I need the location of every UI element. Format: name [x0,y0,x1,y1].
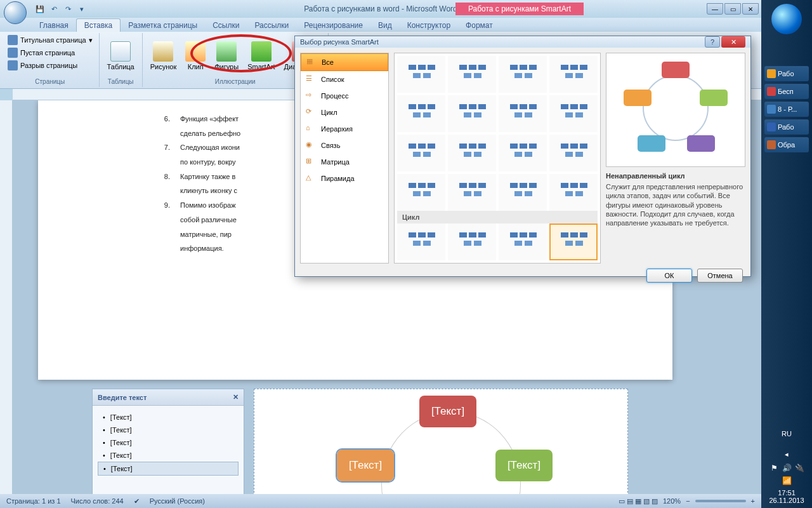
cycle-node-1[interactable]: [Текст] [419,396,476,427]
gallery-thumbnail[interactable] [549,95,598,132]
gallery-thumbnail[interactable] [499,135,547,171]
gallery-thumbnail[interactable] [499,174,547,211]
redo-icon[interactable]: ↷ [62,3,74,15]
blank-page-button[interactable]: Пустая страница [5,47,77,58]
svg-rect-86 [469,232,476,237]
gallery-thumbnail[interactable] [397,95,445,132]
tray-wifi-icon[interactable]: 📶 [782,476,791,485]
taskbar-item[interactable]: Обра [764,137,809,152]
preview-title: Ненаправленный цикл [606,172,745,180]
category-item[interactable]: ⌂Иерархия [301,121,388,137]
gallery-thumbnail[interactable] [499,95,547,132]
gallery-thumbnail[interactable] [499,224,547,260]
svg-rect-64 [423,191,431,196]
tab-references[interactable]: Ссылки [205,19,247,32]
tray-language[interactable]: RU [765,430,808,438]
tray-flag-icon[interactable]: ⚑ [769,464,778,472]
undo-icon[interactable]: ↶ [48,3,60,15]
dialog-close-button[interactable]: ✕ [721,36,745,48]
text-pane-item[interactable]: •[Текст] [98,436,239,449]
taskbar-item[interactable]: Бесп [764,84,809,99]
category-item[interactable]: ⇨Процесс [301,88,388,104]
gallery-thumbnail[interactable] [448,95,496,132]
cycle-node-2[interactable]: [Текст] [337,450,394,481]
gallery-section-cycle: Цикл [397,211,598,224]
status-spellcheck-icon[interactable]: ✔ [134,497,140,505]
tab-design[interactable]: Конструктор [400,19,458,32]
close-button[interactable]: ✕ [742,3,759,15]
gallery-thumbnail[interactable] [448,135,496,171]
status-language[interactable]: Русский (Россия) [150,497,205,505]
page-break-button[interactable]: Разрыв страницы [5,60,80,71]
category-item[interactable]: ◉Связь [301,137,388,154]
category-item[interactable]: △Пирамида [301,170,388,187]
gallery-thumbnail[interactable] [448,174,496,211]
office-button[interactable] [4,1,27,24]
gallery-thumbnail[interactable] [397,174,445,211]
tray-date[interactable]: 26.11.2013 [765,497,808,504]
zoom-in-icon[interactable]: + [751,497,755,505]
gallery-thumbnail[interactable] [549,174,598,211]
svg-rect-63 [413,191,421,196]
dialog-titlebar[interactable]: Выбор рисунка SmartArt ? ✕ [295,36,750,48]
zoom-out-icon[interactable]: − [686,497,690,505]
layout-gallery[interactable]: Цикл [394,53,601,264]
clip-button[interactable]: Клип [181,40,209,72]
vertical-ruler[interactable] [0,100,13,494]
gallery-thumbnail[interactable] [448,224,496,260]
tray-volume-icon[interactable]: 🔊 [782,464,791,472]
text-pane-item[interactable]: •[Текст] [98,449,239,462]
view-buttons[interactable]: ▭ ▤ ▦ ▧ ▨ [619,497,658,505]
shapes-button[interactable]: Фигуры [211,40,242,72]
cover-page-button[interactable]: Титульная страница ▾ [5,34,95,46]
table-button[interactable]: Таблица [103,40,138,72]
taskbar-item[interactable]: 8 - Р... [764,102,809,117]
picture-button[interactable]: Рисунок [147,40,181,72]
gallery-thumbnail[interactable] [499,56,547,93]
tab-format[interactable]: Формат [458,19,501,32]
text-pane-item[interactable]: •[Текст] [98,424,239,436]
category-item[interactable]: ☰Список [301,71,388,88]
dialog-help-button[interactable]: ? [705,36,720,48]
save-icon[interactable]: 💾 [34,3,46,15]
status-page[interactable]: Страница: 1 из 1 [6,497,61,505]
tab-view[interactable]: Вид [370,19,400,32]
start-button[interactable] [771,4,802,34]
cycle-node-5[interactable]: [Текст] [495,450,553,481]
tray-time[interactable]: 17:51 [765,489,808,497]
gallery-thumbnail[interactable] [549,56,598,93]
text-pane-item[interactable]: •[Текст] [98,462,239,476]
text-pane-close-icon[interactable]: ✕ [233,393,239,401]
category-item[interactable]: ⟳Цикл [301,104,388,121]
tab-review[interactable]: Рецензирование [296,19,370,32]
text-pane-item[interactable]: •[Текст] [98,411,239,424]
zoom-slider[interactable] [695,500,746,502]
gallery-thumbnail[interactable] [397,224,445,260]
gallery-thumbnail[interactable] [397,135,445,171]
gallery-thumbnail[interactable] [549,224,598,260]
gallery-thumbnail[interactable] [448,56,496,93]
taskbar-item[interactable]: Рабо [764,119,809,135]
svg-rect-54 [525,152,532,157]
tab-page-layout[interactable]: Разметка страницы [121,19,205,32]
cancel-button[interactable]: Отмена [697,269,743,283]
taskbar-item[interactable]: Рабо [764,66,809,81]
tab-home[interactable]: Главная [32,19,76,32]
minimize-button[interactable]: — [707,3,723,15]
gallery-thumbnail[interactable] [397,56,445,93]
status-words[interactable]: Число слов: 244 [71,497,124,505]
ok-button[interactable]: ОК [646,269,692,283]
tab-mailings[interactable]: Рассылки [247,19,296,32]
smartart-button[interactable]: SmartArt [244,40,278,72]
category-item[interactable]: ▦Все [301,53,388,71]
smartart-canvas[interactable]: [Текст] [Текст] [Текст] [Текст] [Текст] [254,389,628,494]
svg-rect-48 [464,152,471,157]
maximize-button[interactable]: ▭ [724,3,741,15]
tray-expand-icon[interactable]: ◂ [765,450,808,458]
zoom-level[interactable]: 120% [663,497,681,505]
category-item[interactable]: ⊞Матрица [301,154,388,170]
tab-insert[interactable]: Вставка [76,18,121,32]
gallery-thumbnail[interactable] [549,135,598,171]
tray-network-icon[interactable]: 🔌 [795,464,804,472]
qat-dropdown-icon[interactable]: ▾ [76,3,88,15]
